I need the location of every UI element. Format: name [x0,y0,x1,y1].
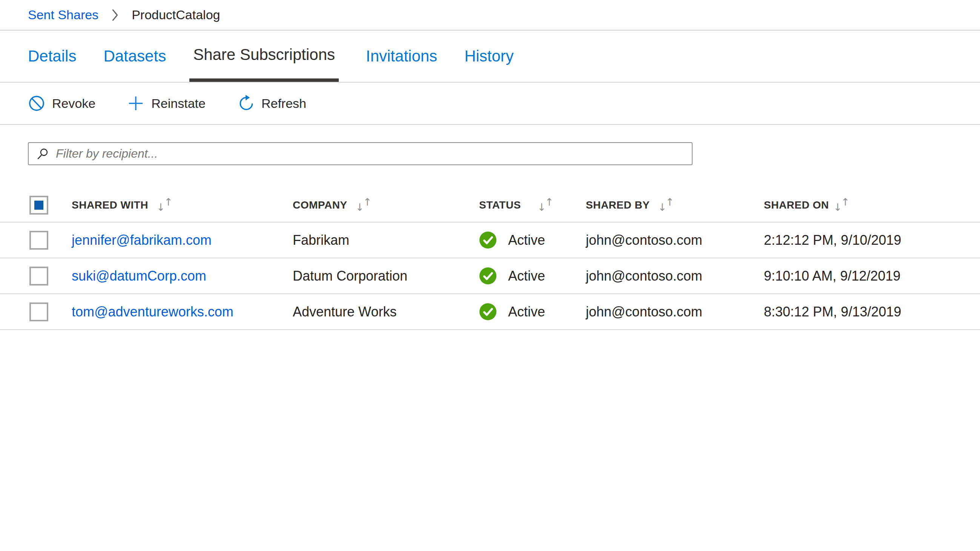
share-subscriptions-table: SHARED WITH ↓↑ COMPANY ↓↑ STATUS ↓↑ SHAR… [0,189,980,330]
refresh-label: Refresh [261,96,306,111]
reinstate-label: Reinstate [151,96,205,111]
indeterminate-mark [34,201,43,210]
column-header-status[interactable]: STATUS ↓↑ [479,199,586,211]
shared-by-cell: john@contoso.com [586,304,764,320]
tab-history[interactable]: History [465,30,514,82]
sort-arrows-icon: ↓↑ [538,200,554,211]
active-check-icon [479,231,497,249]
tab-datasets[interactable]: Datasets [103,30,166,82]
column-header-shared-by[interactable]: SHARED BY ↓↑ [586,199,764,211]
breadcrumb-chevron-icon [111,9,119,21]
search-icon [36,148,49,160]
sort-arrows-icon: ↓↑ [156,200,173,211]
breadcrumb: Sent Shares ProductCatalog [0,0,980,30]
row-checkbox[interactable] [29,302,48,321]
row-checkbox[interactable] [29,267,48,286]
filter-box [28,142,692,165]
column-header-shared-with[interactable]: SHARED WITH ↓↑ [72,199,293,211]
tab-details[interactable]: Details [28,30,76,82]
status-label: Active [508,268,545,284]
block-icon [28,95,45,112]
revoke-button[interactable]: Revoke [28,95,95,112]
active-check-icon [479,267,497,285]
company-cell: Adventure Works [293,304,479,320]
tab-invitations[interactable]: Invitations [366,30,437,82]
recipient-email-link[interactable]: jennifer@fabrikam.com [72,232,212,248]
recipient-email-link[interactable]: suki@datumCorp.com [72,268,206,284]
refresh-button[interactable]: Refresh [237,95,306,112]
sort-arrows-icon: ↓↑ [834,200,850,211]
tab-bar: Details Datasets Share Subscriptions Inv… [0,30,980,83]
plus-icon [127,95,145,112]
revoke-label: Revoke [52,96,95,111]
row-checkbox[interactable] [29,231,48,250]
command-bar: Revoke Reinstate Refresh [0,83,980,125]
table-row: tom@adventureworks.com Adventure Works A… [0,294,980,330]
company-cell: Datum Corporation [293,268,479,284]
breadcrumb-current-page: ProductCatalog [132,8,220,22]
shared-on-cell: 2:12:12 PM, 9/10/2019 [764,232,980,248]
status-cell: Active [479,267,586,285]
shared-on-cell: 9:10:10 AM, 9/12/2019 [764,268,980,284]
breadcrumb-sent-shares-link[interactable]: Sent Shares [28,8,99,22]
table-row: suki@datumCorp.com Datum Corporation Act… [0,258,980,294]
tab-share-subscriptions[interactable]: Share Subscriptions [189,30,339,82]
refresh-icon [237,95,255,112]
sort-arrows-icon: ↓↑ [658,200,674,211]
status-label: Active [508,304,545,320]
reinstate-button[interactable]: Reinstate [127,95,205,112]
shared-by-cell: john@contoso.com [586,232,764,248]
filter-recipient-input[interactable] [56,147,684,161]
status-cell: Active [479,303,586,321]
sort-arrows-icon: ↓↑ [356,200,372,211]
recipient-email-link[interactable]: tom@adventureworks.com [72,304,234,319]
column-header-shared-on[interactable]: SHARED ON ↓↑ [764,199,980,211]
status-cell: Active [479,231,586,249]
shared-on-cell: 8:30:12 PM, 9/13/2019 [764,304,980,320]
table-row: jennifer@fabrikam.com Fabrikam Active jo… [0,222,980,258]
column-header-company[interactable]: COMPANY ↓↑ [293,199,479,211]
shared-by-cell: john@contoso.com [586,268,764,284]
status-label: Active [508,232,545,248]
company-cell: Fabrikam [293,232,479,248]
active-check-icon [479,303,497,321]
select-all-checkbox[interactable] [29,196,48,214]
table-header-row: SHARED WITH ↓↑ COMPANY ↓↑ STATUS ↓↑ SHAR… [0,189,980,222]
